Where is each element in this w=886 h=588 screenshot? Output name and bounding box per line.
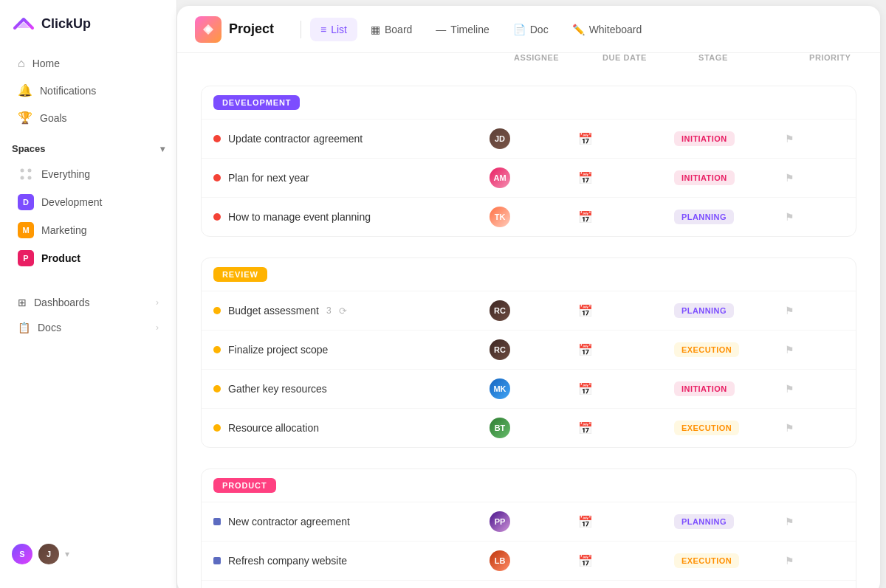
calendar-icon: 📅 (578, 304, 593, 318)
tab-list[interactable]: ≡ List (310, 18, 357, 41)
assignee-cell: BT (490, 418, 578, 438)
task-dot-yellow (213, 346, 221, 353)
nav-divider (301, 21, 301, 38)
badge-development: DEVELOPMENT (213, 95, 300, 110)
development-space-icon: D (18, 194, 34, 210)
task-left: Plan for next year (213, 172, 490, 184)
content-area: DEVELOPMENT Update contractor agreement … (177, 68, 880, 588)
section-review-header: REVIEW (202, 258, 856, 291)
stage-cell: EXECUTION (674, 342, 785, 357)
assignee-cell: MK (490, 378, 578, 399)
task-name: Finalize project scope (228, 344, 328, 356)
tab-board[interactable]: ▦ Board (360, 18, 422, 41)
sidebar-item-docs[interactable]: 📋 Docs › (6, 315, 171, 340)
sidebar-item-notifications-label: Notifications (40, 85, 96, 97)
table-row[interactable]: Resource allocation BT 📅 EXECUTION ⚑ (202, 408, 856, 447)
whiteboard-icon: ✏️ (572, 24, 585, 35)
stage-badge: EXECUTION (674, 421, 739, 435)
assignee-cell: RC (490, 300, 578, 321)
sidebar-item-everything[interactable]: Everything (6, 160, 171, 188)
sidebar-item-notifications[interactable]: 🔔 Notifications (6, 77, 171, 104)
stage-cell: INITIATION (674, 131, 785, 146)
tab-doc[interactable]: 📄 Doc (503, 18, 559, 41)
table-row[interactable]: Plan for next year AM 📅 INITIATION ⚑ (202, 158, 856, 197)
task-name: Update contractor agreement (228, 133, 363, 145)
stage-cell: PLANNING (674, 303, 785, 318)
table-row[interactable]: Refresh company website LB 📅 EXECUTION ⚑ (202, 541, 856, 580)
sidebar-item-home-label: Home (32, 58, 60, 69)
sidebar-item-marketing[interactable]: M Marketing (6, 216, 171, 244)
table-row[interactable]: Budget assessment 3 ⟳ RC 📅 PLANNING ⚑ (202, 291, 856, 330)
priority-cell: ⚑ (785, 305, 844, 317)
table-row[interactable]: How to manage event planning TK 📅 PLANNI… (202, 197, 856, 236)
sidebar-item-dashboards[interactable]: ⊞ Dashboards › (6, 290, 171, 315)
assignee-cell: PP (490, 511, 578, 532)
stage-badge: PLANNING (674, 514, 734, 529)
col-due-date: DUE DATE (602, 53, 698, 62)
task-name: Gather key resources (228, 383, 327, 395)
avatar-chevron[interactable]: ▾ (65, 549, 69, 559)
timeline-icon: — (436, 24, 446, 35)
task-left: Resource allocation (213, 422, 490, 434)
avatar: TK (490, 207, 510, 227)
assignee-cell: JD (490, 128, 578, 149)
assignee-cell: AM (490, 167, 578, 188)
bell-icon: 🔔 (18, 83, 32, 97)
table-row[interactable]: Finalize project scope RC 📅 EXECUTION ⚑ (202, 330, 856, 369)
priority-cell: ⚑ (785, 133, 844, 145)
flag-icon: ⚑ (785, 555, 794, 567)
table-row[interactable]: Update contractor agreement JD 📅 INITIAT… (202, 119, 856, 158)
svg-point-1 (28, 169, 32, 173)
assignee-cell: RC (490, 339, 578, 360)
tab-timeline-label: Timeline (450, 24, 489, 35)
task-count: 3 (326, 305, 332, 316)
task-dot-yellow (213, 307, 221, 314)
table-row[interactable]: Update key objectives 5 📎 LB 📅 EXECUTION… (202, 580, 856, 588)
avatar: PP (490, 511, 510, 532)
flag-icon: ⚑ (785, 211, 794, 223)
stage-cell: EXECUTION (674, 421, 785, 435)
badge-product: PRODUCT (213, 478, 276, 493)
tab-whiteboard[interactable]: ✏️ Whiteboard (562, 18, 653, 41)
sidebar-item-home[interactable]: ⌂ Home (6, 50, 171, 77)
tab-doc-label: Doc (530, 24, 549, 35)
svg-point-3 (28, 176, 32, 180)
svg-point-0 (21, 169, 24, 173)
spaces-header[interactable]: Spaces ▾ (0, 131, 176, 160)
table-header: ASSIGNEE DUE DATE STAGE PRIORITY (177, 53, 880, 68)
task-left: Budget assessment 3 ⟳ (213, 305, 490, 317)
date-cell: 📅 (578, 210, 674, 224)
top-nav: Project ≡ List ▦ Board — Timeline 📄 Doc … (177, 6, 880, 53)
col-assignee: ASSIGNEE (514, 53, 602, 62)
tab-timeline[interactable]: — Timeline (425, 18, 499, 41)
goals-icon: 🏆 (18, 111, 32, 125)
task-dot-red (213, 213, 221, 221)
tab-whiteboard-label: Whiteboard (589, 24, 642, 35)
avatar: JD (490, 128, 510, 149)
stage-cell: PLANNING (674, 210, 785, 224)
avatar: AM (490, 167, 510, 188)
priority-cell: ⚑ (785, 516, 844, 528)
flag-icon: ⚑ (785, 383, 794, 395)
stage-badge: PLANNING (674, 210, 734, 224)
table-row[interactable]: New contractor agreement PP 📅 PLANNING ⚑ (202, 502, 856, 541)
priority-cell: ⚑ (785, 555, 844, 567)
calendar-icon: 📅 (578, 421, 593, 435)
dashboards-left: ⊞ Dashboards (18, 297, 90, 308)
sidebar-item-goals[interactable]: 🏆 Goals (6, 104, 171, 131)
col-stage: STAGE (698, 53, 809, 62)
chevron-right-icon: › (156, 297, 159, 308)
sidebar-item-product[interactable]: P Product (6, 244, 171, 272)
calendar-icon: 📅 (578, 382, 593, 396)
sidebar-item-development[interactable]: D Development (6, 188, 171, 216)
main-content: Project ≡ List ▦ Board — Timeline 📄 Doc … (177, 6, 880, 588)
task-name: Refresh company website (228, 555, 347, 567)
task-name: Budget assessment (228, 305, 319, 317)
product-space-icon: P (18, 250, 34, 266)
priority-cell: ⚑ (785, 422, 844, 434)
calendar-icon: 📅 (578, 210, 593, 224)
col-task (189, 53, 514, 62)
table-row[interactable]: Gather key resources MK 📅 INITIATION ⚑ (202, 369, 856, 408)
calendar-icon: 📅 (578, 343, 593, 357)
date-cell: 📅 (578, 132, 674, 146)
